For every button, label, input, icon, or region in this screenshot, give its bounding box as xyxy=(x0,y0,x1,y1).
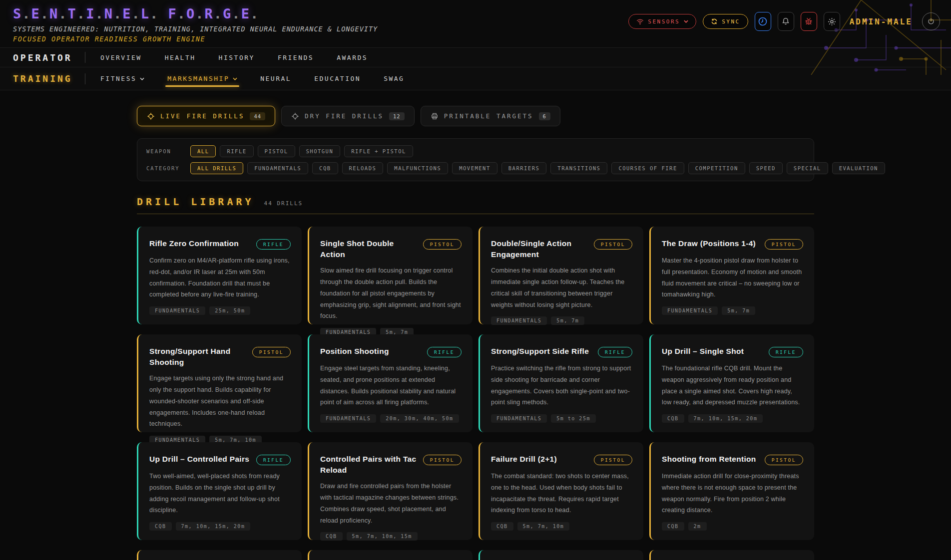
drill-card-header: Up Drill – Controlled PairsRIFLE xyxy=(149,454,291,465)
category-filter-row: CATEGORY ALL DRILLSFUNDAMENTALSCQBRELOAD… xyxy=(146,162,805,174)
drill-card[interactable]: The Draw (Positions 1-4)PISTOLMaster the… xyxy=(649,227,814,324)
operator-nav-item-label: OVERVIEW xyxy=(100,54,142,61)
drill-tag: 5m, 7m, 10m xyxy=(517,522,570,531)
weapon-filter-shotgun[interactable]: SHOTGUN xyxy=(299,145,341,157)
training-nav-item-marksmanship[interactable]: MARKSMANSHIP xyxy=(167,67,237,90)
user-name[interactable]: ADMIN-MALE xyxy=(850,17,913,26)
sensors-button[interactable]: SENSORS xyxy=(628,14,696,29)
weapon-filter-rifle[interactable]: RIFLE xyxy=(220,145,253,157)
drill-card-header: Rifle Zero ConfirmationRIFLE xyxy=(149,238,291,250)
weapon-filter-all[interactable]: ALL xyxy=(190,145,216,157)
library-header: DRILL LIBRARY 44 DRILLS xyxy=(137,196,814,214)
clock-icon xyxy=(758,16,768,26)
weapon-type-badge: PISTOL xyxy=(594,239,632,250)
weapon-type-badge: PISTOL xyxy=(423,239,462,250)
category-filter-competition[interactable]: COMPETITION xyxy=(688,162,745,174)
category-filter-malfunctions[interactable]: MALFUNCTIONS xyxy=(387,162,448,174)
clock-button[interactable] xyxy=(755,12,771,31)
drill-card-title: Up Drill – Single Shot xyxy=(662,346,744,357)
operator-nav-item-label: HEALTH xyxy=(165,54,196,61)
drill-card-title: Strong/Support Side Rifle xyxy=(491,346,589,357)
category-filter-fundamentals[interactable]: FUNDAMENTALS xyxy=(247,162,308,174)
app-tagline: FOCUSED OPERATOR READINESS GROWTH ENGINE xyxy=(13,35,938,43)
training-nav-item-label: MARKSMANSHIP xyxy=(167,75,229,82)
drill-card[interactable]: Double/Single Action EngagementPISTOLCom… xyxy=(478,227,643,324)
drill-card[interactable]: Rifle Zero ConfirmationRIFLEConfirm zero… xyxy=(137,227,302,324)
training-nav-item-neural[interactable]: NEURAL xyxy=(260,67,291,90)
library-title: DRILL LIBRARY xyxy=(137,196,254,208)
operator-nav-item-label: FRIENDS xyxy=(278,54,314,61)
drill-card[interactable]: Pistol Tactical ReloadPISTOL xyxy=(308,550,473,560)
tab-live-fire-drills[interactable]: LIVE FIRE DRILLS44 xyxy=(137,106,275,126)
drill-card-description: Practice switching the rifle from strong… xyxy=(491,363,632,408)
category-filter-courses-of-fire[interactable]: COURSES OF FIRE xyxy=(611,162,684,174)
category-filter-transitions[interactable]: TRANSITIONS xyxy=(550,162,607,174)
weapon-filter-label: WEAPON xyxy=(146,148,186,154)
training-nav-item-fitness[interactable]: FITNESS xyxy=(100,67,144,90)
category-filter-reloads[interactable]: RELOADS xyxy=(342,162,384,174)
drill-card-header: Strong/Support Hand ShootingPISTOL xyxy=(149,346,291,367)
nav-divider xyxy=(85,52,85,63)
drill-card-description: Slow aimed fire drill focusing on trigge… xyxy=(320,265,462,322)
weapon-type-badge: RIFLE xyxy=(598,347,632,357)
drill-card[interactable]: Single Shot Double ActionPISTOLSlow aime… xyxy=(308,227,473,324)
drill-tag: FUNDAMENTALS xyxy=(320,414,376,423)
drill-card[interactable]: Pistol Slide Lock ReloadPISTOL xyxy=(137,550,302,560)
logout-button[interactable] xyxy=(922,12,940,30)
weapon-filter-pistol[interactable]: PISTOL xyxy=(258,145,295,157)
category-filter-movement[interactable]: MOVEMENT xyxy=(452,162,497,174)
tab-label: DRY FIRE DRILLS xyxy=(305,112,384,120)
drill-card-description: Combines the initial double action shot … xyxy=(491,265,632,310)
operator-nav-item-awards[interactable]: AWARDS xyxy=(337,48,368,67)
drill-card-tags: FUNDAMENTALS5m to 25m xyxy=(491,408,632,423)
category-filter-speed[interactable]: SPEED xyxy=(749,162,783,174)
drill-card[interactable]: Rifle Tactical ReloadRIFLE xyxy=(478,550,643,560)
tab-printable-targets[interactable]: PRINTABLE TARGETS6 xyxy=(421,106,560,126)
drill-tag: 5m, 7m, 10m, 15m xyxy=(347,532,418,541)
tab-label: LIVE FIRE DRILLS xyxy=(160,112,244,120)
operator-nav-item-overview[interactable]: OVERVIEW xyxy=(100,48,142,67)
drill-card[interactable]: Strong/Support Side RifleRIFLEPractice s… xyxy=(478,334,643,432)
weapon-filter-rifle-pistol[interactable]: RIFLE + PISTOL xyxy=(344,145,413,157)
category-filter-evaluation[interactable]: EVALUATION xyxy=(832,162,885,174)
drill-card[interactable]: Controlled Pairs with Tac ReloadPISTOLDr… xyxy=(308,442,473,540)
operator-nav-item-label: AWARDS xyxy=(337,54,368,61)
printer-icon xyxy=(431,112,439,120)
category-filter-all-drills[interactable]: ALL DRILLS xyxy=(190,162,243,174)
drill-tag: 5m, 7m xyxy=(551,316,584,325)
drill-card[interactable]: Shooting from RetentionPISTOLImmediate a… xyxy=(649,442,814,540)
drill-card-description: Immediate action drill for close-proximi… xyxy=(662,471,803,516)
operator-nav-item-health[interactable]: HEALTH xyxy=(165,48,196,67)
chevron-down-icon xyxy=(684,20,688,23)
settings-button[interactable] xyxy=(824,12,840,31)
drill-card-header: Double/Single Action EngagementPISTOL xyxy=(491,238,632,260)
operator-nav-item-friends[interactable]: FRIENDS xyxy=(278,48,314,67)
drill-card[interactable]: Strong/Support Hand ShootingPISTOLEngage… xyxy=(137,334,302,432)
drill-card-title: Up Drill – Controlled Pairs xyxy=(149,454,249,465)
notifications-button[interactable] xyxy=(778,12,794,31)
drill-card[interactable]: Failure Drill (2+1)PISTOLThe combat stan… xyxy=(478,442,643,540)
drill-card-tags: FUNDAMENTALS25m, 50m xyxy=(149,300,291,315)
category-filter-options: ALL DRILLSFUNDAMENTALSCQBRELOADSMALFUNCT… xyxy=(190,162,885,174)
drill-card-title: Position Shooting xyxy=(320,346,389,357)
drill-card-title: Controlled Pairs with Tac Reload xyxy=(320,454,418,475)
drill-card-description: Confirm zero on M4/AR-platform rifle usi… xyxy=(149,255,291,300)
weapon-type-badge: PISTOL xyxy=(765,455,803,465)
training-nav-item-education[interactable]: EDUCATION xyxy=(314,67,361,90)
drill-card[interactable]: Pistol Immediate ActionPISTOL xyxy=(649,550,814,560)
drill-card[interactable]: Up Drill – Controlled PairsRIFLETwo well… xyxy=(137,442,302,540)
sync-button[interactable]: SYNC xyxy=(703,14,748,29)
debug-button[interactable] xyxy=(801,12,817,31)
drill-card-tags: CQB5m, 7m, 10m, 15m xyxy=(320,526,462,541)
drill-card-title: Double/Single Action Engagement xyxy=(491,238,589,260)
header-controls: SENSORS SYNC xyxy=(628,12,940,31)
operator-nav-item-history[interactable]: HISTORY xyxy=(219,48,255,67)
drill-card[interactable]: Up Drill – Single ShotRIFLEThe foundatio… xyxy=(649,334,814,432)
training-nav-item-swag[interactable]: SWAG xyxy=(384,67,404,90)
drill-card-header: Strong/Support Side RifleRIFLE xyxy=(491,346,632,357)
tab-dry-fire-drills[interactable]: DRY FIRE DRILLS12 xyxy=(281,106,415,126)
drill-card[interactable]: Position ShootingRIFLEEngage steel targe… xyxy=(308,334,473,432)
category-filter-barriers[interactable]: BARRIERS xyxy=(501,162,547,174)
category-filter-special[interactable]: SPECIAL xyxy=(787,162,828,174)
category-filter-cqb[interactable]: CQB xyxy=(312,162,338,174)
